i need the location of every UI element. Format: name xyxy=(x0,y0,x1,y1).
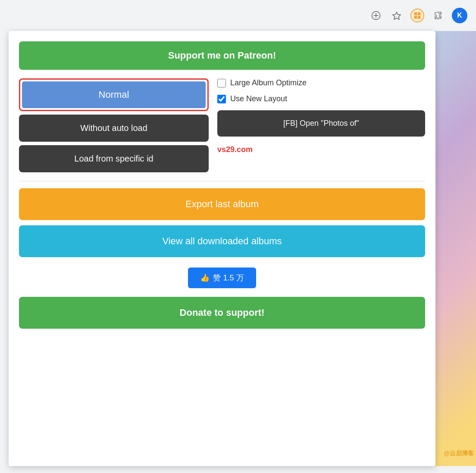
bookmark-icon[interactable] xyxy=(390,9,404,22)
browser-toolbar: K xyxy=(0,0,476,31)
like-row: 👍 赞 1.5 万 xyxy=(19,268,425,288)
export-album-button[interactable]: Export last album xyxy=(19,188,425,220)
svg-rect-6 xyxy=(418,12,420,15)
large-album-checkbox[interactable] xyxy=(217,79,226,87)
svg-rect-7 xyxy=(414,16,417,19)
donate-button[interactable]: Donate to support! xyxy=(19,297,425,329)
facebook-like-button[interactable]: 👍 赞 1.5 万 xyxy=(188,268,256,288)
normal-btn-selected-wrapper: Normal xyxy=(19,78,209,111)
svg-rect-5 xyxy=(414,12,417,15)
without-autoload-button[interactable]: Without auto load xyxy=(19,115,209,142)
support-patreon-button[interactable]: Support me on Patreon! xyxy=(19,41,425,70)
watermark: vs29.com xyxy=(217,145,425,154)
add-tab-icon[interactable] xyxy=(369,9,383,22)
like-count-label: 赞 1.5 万 xyxy=(213,273,244,283)
extension-active-icon[interactable] xyxy=(410,9,424,22)
use-new-layout-option[interactable]: Use New Layout xyxy=(217,94,425,103)
popup-container: Support me on Patreon! Normal Without au… xyxy=(9,31,435,466)
load-specific-id-button[interactable]: Load from specific id xyxy=(19,145,209,172)
normal-mode-button[interactable]: Normal xyxy=(22,81,206,108)
view-all-albums-button[interactable]: View all downloaded albums xyxy=(19,225,425,257)
popup-panel: Support me on Patreon! Normal Without au… xyxy=(9,31,435,466)
svg-rect-8 xyxy=(418,16,420,19)
fb-open-photos-button[interactable]: [FB] Open "Photos of" xyxy=(217,110,425,137)
thumbs-up-icon: 👍 xyxy=(200,273,210,283)
divider-1 xyxy=(19,181,425,181)
large-album-option[interactable]: Large Album Optimize xyxy=(217,78,425,87)
controls-row: Normal Without auto load Load from speci… xyxy=(19,78,425,172)
mode-buttons: Normal Without auto load Load from speci… xyxy=(19,78,209,172)
use-new-layout-checkbox[interactable] xyxy=(217,95,226,103)
puzzle-icon[interactable] xyxy=(431,9,445,22)
options-column: Large Album Optimize Use New Layout [FB]… xyxy=(217,78,425,154)
svg-marker-3 xyxy=(393,12,401,19)
avatar[interactable]: K xyxy=(452,8,467,23)
